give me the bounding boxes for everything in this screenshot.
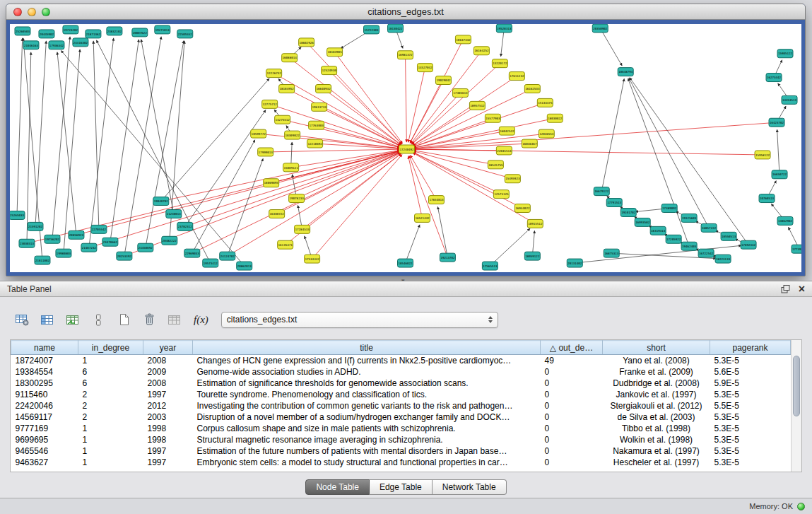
- column-header[interactable]: △ out_de…: [541, 341, 603, 355]
- graph-node[interactable]: 19980803: [56, 249, 71, 257]
- table-cell[interactable]: Changes of HCN gene expression and I(f) …: [193, 355, 541, 367]
- table-cell[interactable]: 5.3E-5: [710, 423, 791, 434]
- graph-edge[interactable]: [406, 55, 407, 142]
- graph-node[interactable]: 17999013: [258, 148, 273, 156]
- graph-node[interactable]: 14275512: [275, 115, 290, 124]
- table-cell[interactable]: 0: [541, 434, 603, 445]
- table-cell[interactable]: Corpus callosum shape and size in male p…: [193, 423, 541, 434]
- graph-node[interactable]: 19029042: [435, 76, 451, 85]
- table-cell[interactable]: 6: [78, 366, 143, 378]
- graph-node[interactable]: 17489092: [661, 204, 677, 213]
- graph-node[interactable]: 19756202: [45, 235, 60, 243]
- table-cell[interactable]: Estimation of the future numbers of pati…: [193, 445, 541, 457]
- graph-node[interactable]: 19528313: [496, 24, 512, 33]
- graph-node[interactable]: 17654813: [428, 196, 444, 204]
- delete-table-icon[interactable]: [139, 310, 160, 329]
- graph-node[interactable]: 14453513: [782, 95, 797, 104]
- graph-edge[interactable]: [27, 52, 31, 243]
- table-cell[interactable]: Disruption of a novel member of a sodium…: [193, 411, 541, 423]
- table-cell[interactable]: 5.3E-5: [710, 355, 791, 367]
- table-cell[interactable]: 5.9E-5: [710, 378, 791, 389]
- graph-node[interactable]: 16046367: [522, 139, 537, 148]
- graph-node[interactable]: 12046553: [539, 129, 554, 138]
- merge-rows-icon[interactable]: [88, 310, 109, 329]
- tab-network-table[interactable]: Network Table: [433, 479, 507, 495]
- table-cell[interactable]: 0: [541, 423, 603, 434]
- table-cell[interactable]: Wolkin et al. (1998): [603, 434, 710, 445]
- graph-node[interactable]: 21487232: [81, 243, 97, 252]
- graph-node[interactable]: 16722542: [698, 249, 714, 257]
- graph-node[interactable]: 17284533: [295, 225, 310, 233]
- graph-node[interactable]: 18319313: [650, 226, 666, 235]
- graph-node[interactable]: 18309022: [285, 131, 300, 139]
- graph-edge[interactable]: [89, 151, 400, 247]
- graph-node[interactable]: 19213702: [440, 253, 455, 262]
- graph-node[interactable]: 18130422: [388, 24, 404, 33]
- table-cell[interactable]: 1: [78, 355, 143, 367]
- column-header[interactable]: pagerank: [710, 341, 791, 355]
- graph-node[interactable]: 24124702: [220, 252, 235, 260]
- graph-node[interactable]: 18602926: [299, 38, 314, 47]
- graph-node[interactable]: 19101702: [620, 209, 636, 217]
- graph-edge[interactable]: [409, 156, 447, 257]
- table-cell[interactable]: 9465546: [11, 445, 78, 457]
- table-cell[interactable]: 1997: [143, 457, 193, 468]
- graph-node[interactable]: 22045513: [496, 146, 512, 155]
- table-cell[interactable]: 0: [541, 400, 603, 411]
- graph-node[interactable]: 15905122: [777, 49, 793, 58]
- graph-node[interactable]: 19724202: [63, 25, 78, 34]
- graph-edge[interactable]: [413, 105, 477, 145]
- graph-edge[interactable]: [57, 52, 76, 235]
- graph-node[interactable]: 19462403: [681, 242, 697, 250]
- table-cell[interactable]: Jankovic et al. (1997): [603, 389, 710, 400]
- graph-node[interactable]: 15495923: [505, 175, 520, 183]
- graph-node[interactable]: 12218692: [307, 139, 323, 148]
- graph-node[interactable]: 20856923: [69, 230, 84, 239]
- close-panel-icon[interactable]: ×: [799, 284, 805, 294]
- graph-edge[interactable]: [185, 151, 400, 226]
- graph-node[interactable]: 10915512: [527, 219, 543, 228]
- network-view-window[interactable]: citations_edges.txt 17240492186029261608…: [6, 4, 806, 276]
- graph-edge[interactable]: [297, 152, 401, 199]
- table-cell[interactable]: 6: [78, 378, 143, 389]
- graph-node[interactable]: 18957512: [469, 101, 485, 110]
- table-row[interactable]: 1938455462009Genome-wide association stu…: [11, 366, 791, 378]
- graph-node[interactable]: 17205922: [666, 235, 681, 243]
- column-header[interactable]: name: [11, 341, 78, 355]
- graph-node[interactable]: 17791513: [606, 199, 622, 207]
- table-cell[interactable]: 1998: [143, 434, 193, 445]
- table-cell[interactable]: Stergiakouli et al. (2012): [603, 400, 710, 411]
- tab-edge-table[interactable]: Edge Table: [370, 479, 433, 495]
- graph-node[interactable]: 16135471: [278, 240, 293, 249]
- window-titlebar[interactable]: citations_edges.txt: [6, 4, 805, 20]
- table-row[interactable]: 977716911998Corpus callosum shape and si…: [11, 423, 791, 434]
- graph-node[interactable]: 22505552: [177, 30, 193, 38]
- graph-node[interactable]: 12524930: [322, 66, 337, 75]
- graph-node[interactable]: 25265033: [10, 211, 25, 219]
- table-row[interactable]: 1456911722003Disruption of a novel membe…: [11, 411, 791, 423]
- graph-node[interactable]: 20253392: [117, 252, 132, 260]
- table-cell[interactable]: 1997: [143, 445, 193, 457]
- table-row[interactable]: 969969511998Structural magnetic resonanc…: [11, 434, 791, 445]
- table-cell[interactable]: de Silva et al. (2003): [603, 411, 710, 423]
- table-cell[interactable]: 2: [78, 389, 143, 400]
- column-header[interactable]: year: [143, 341, 193, 355]
- graph-node[interactable]: 15958122: [755, 151, 770, 159]
- graph-edge[interactable]: [228, 158, 264, 256]
- table-row[interactable]: 2242004622012Investigating the contribut…: [11, 400, 791, 411]
- table-cell[interactable]: Nakamura et al. (1997): [603, 445, 710, 457]
- table-cell[interactable]: 5.3E-5: [710, 411, 791, 423]
- table-cell[interactable]: 5.3E-5: [710, 457, 791, 468]
- table-cell[interactable]: 5.3E-5: [710, 445, 791, 457]
- graph-node[interactable]: 16993582: [635, 218, 650, 226]
- table-cell[interactable]: 9115460: [11, 389, 78, 400]
- table-cell[interactable]: 2: [78, 411, 143, 423]
- graph-node[interactable]: 21871362: [86, 30, 101, 38]
- graph-node[interactable]: 24416302: [73, 38, 88, 47]
- graph-node[interactable]: 18069895: [264, 179, 279, 187]
- table-cell[interactable]: 5.3E-5: [710, 434, 791, 445]
- graph-node[interactable]: 18223133: [715, 255, 731, 263]
- function-builder-button[interactable]: f(x): [194, 314, 208, 326]
- table-cell[interactable]: 19384554: [11, 366, 78, 378]
- table-panel-header[interactable]: Table Panel ×: [0, 281, 812, 297]
